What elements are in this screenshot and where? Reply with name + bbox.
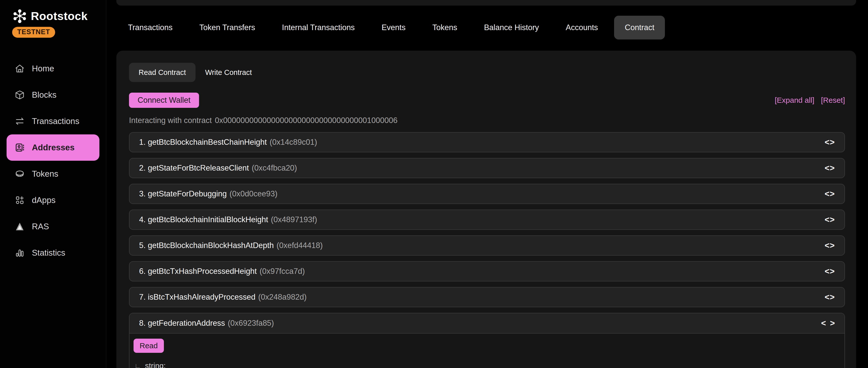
- output-corner-glyph: ∟: [134, 362, 141, 368]
- contract-address: 0x00000000000000000000000000000000010000…: [215, 116, 397, 125]
- main-content: Transactions Token Transfers Internal Tr…: [106, 0, 868, 368]
- read-button[interactable]: Read: [133, 339, 164, 353]
- reset-link[interactable]: [Reset]: [821, 96, 845, 105]
- tab-write-contract[interactable]: Write Contract: [195, 63, 261, 82]
- rootstock-logo-icon: [13, 9, 27, 23]
- sidebar-item-home[interactable]: Home: [7, 55, 99, 82]
- function-row-5[interactable]: 5. getBtcBlockchainBlockHashAtDepth(0xef…: [129, 235, 845, 256]
- code-icon[interactable]: <>: [821, 318, 839, 328]
- tab-tokens[interactable]: Tokens: [422, 16, 468, 39]
- code-icon[interactable]: <>: [825, 189, 835, 199]
- function-list: 1. getBtcBlockchainBestChainHeight(0x14c…: [129, 132, 845, 368]
- sidebar-item-transactions[interactable]: Transactions: [7, 108, 99, 134]
- ras-icon: [15, 222, 25, 232]
- tab-events[interactable]: Events: [371, 16, 416, 39]
- addresses-icon: [15, 142, 25, 152]
- scrolled-card-edge: [116, 0, 856, 6]
- tab-balance-history[interactable]: Balance History: [473, 16, 550, 39]
- statistics-icon: [15, 248, 25, 258]
- sidebar-item-statistics[interactable]: Statistics: [7, 240, 99, 266]
- function-row-6[interactable]: 6. getBtcTxHashProcessedHeight(0x97fcca7…: [129, 261, 845, 281]
- code-icon[interactable]: <>: [825, 137, 835, 147]
- function-row-8-expanded: 8. getFederationAddress(0x6923fa85) <> R…: [129, 313, 845, 368]
- function-output: ∟ string:: [133, 361, 840, 368]
- contract-sub-tabs: Read Contract Write Contract: [129, 63, 845, 82]
- testnet-badge: TESTNET: [12, 27, 55, 38]
- code-icon[interactable]: <>: [825, 163, 835, 173]
- interacting-line: Interacting with contract 0x000000000000…: [129, 116, 845, 125]
- code-icon[interactable]: <>: [825, 241, 835, 250]
- function-row-3[interactable]: 3. getStateForDebugging(0x0d0cee93) <>: [129, 184, 845, 204]
- wallet-row: Connect Wallet [Expand all] [Reset]: [129, 93, 845, 108]
- sidebar-nav: Home Blocks Transactions Addresses Token…: [0, 55, 106, 266]
- list-controls: [Expand all] [Reset]: [775, 96, 845, 105]
- home-icon: [15, 63, 25, 74]
- tab-internal-transactions[interactable]: Internal Transactions: [271, 16, 366, 39]
- interacting-label: Interacting with contract: [129, 116, 212, 125]
- sidebar-item-ras[interactable]: RAS: [7, 214, 99, 240]
- contract-panel: Read Contract Write Contract Connect Wal…: [116, 51, 856, 368]
- sidebar-item-addresses[interactable]: Addresses: [7, 134, 99, 161]
- brand-name: Rootstock: [31, 10, 88, 23]
- tab-accounts[interactable]: Accounts: [555, 16, 609, 39]
- address-tabs: Transactions Token Transfers Internal Tr…: [117, 16, 868, 39]
- expand-all-link[interactable]: [Expand all]: [775, 96, 814, 105]
- tokens-icon: [15, 169, 25, 179]
- tab-read-contract[interactable]: Read Contract: [129, 63, 195, 82]
- function-row-4[interactable]: 4. getBtcBlockchainInitialBlockHeight(0x…: [129, 209, 845, 230]
- sidebar: Rootstock TESTNET Home Blocks Transactio…: [0, 0, 106, 368]
- transactions-icon: [15, 116, 25, 126]
- sidebar-item-dapps[interactable]: dApps: [7, 187, 99, 214]
- function-row-7[interactable]: 7. isBtcTxHashAlreadyProcessed(0x248a982…: [129, 287, 845, 307]
- function-row-8[interactable]: 8. getFederationAddress(0x6923fa85) <>: [129, 313, 844, 334]
- blocks-icon: [15, 90, 25, 100]
- connect-wallet-button[interactable]: Connect Wallet: [129, 93, 199, 108]
- code-icon[interactable]: <>: [825, 266, 835, 276]
- function-row-1[interactable]: 1. getBtcBlockchainBestChainHeight(0x14c…: [129, 132, 845, 152]
- code-icon[interactable]: <>: [825, 292, 835, 302]
- dapps-icon: [15, 195, 25, 205]
- tab-contract[interactable]: Contract: [614, 16, 665, 39]
- sidebar-item-tokens[interactable]: Tokens: [7, 161, 99, 187]
- sidebar-item-blocks[interactable]: Blocks: [7, 82, 99, 108]
- tab-transactions[interactable]: Transactions: [117, 16, 183, 39]
- brand-logo[interactable]: Rootstock: [0, 9, 106, 23]
- tab-token-transfers[interactable]: Token Transfers: [189, 16, 266, 39]
- function-row-2[interactable]: 2. getStateForBtcReleaseClient(0xc4fbca2…: [129, 158, 845, 178]
- code-icon[interactable]: <>: [825, 215, 835, 225]
- function-body: Read ∟ string:: [129, 334, 844, 368]
- output-type-label: string:: [145, 361, 166, 368]
